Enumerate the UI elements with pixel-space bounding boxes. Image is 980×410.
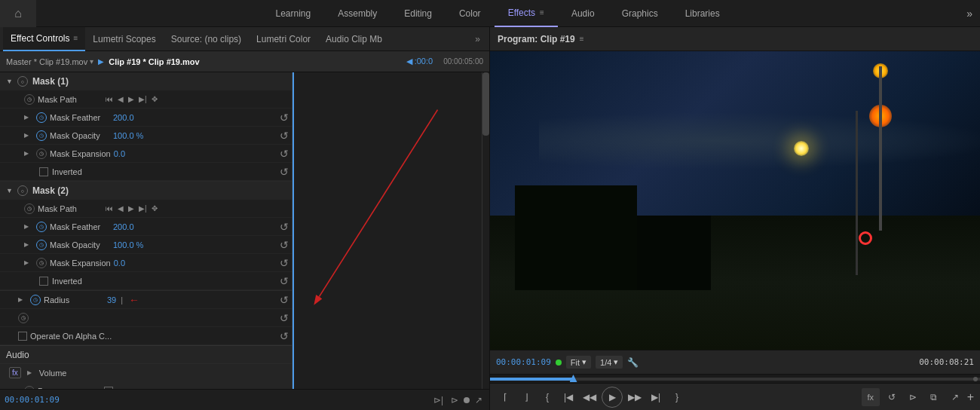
path-btn-select[interactable]: ✥ bbox=[150, 95, 159, 103]
controls-scrollbar[interactable] bbox=[482, 72, 489, 389]
mask-1-opacity-reset[interactable]: ↺ bbox=[280, 130, 289, 142]
bottom-btn-2[interactable]: ⊳ bbox=[449, 395, 461, 405]
nav-libraries[interactable]: Libraries bbox=[672, 0, 733, 27]
operate-clock-reset[interactable]: ↺ bbox=[280, 312, 289, 324]
mask-2-toggle[interactable]: ▼ bbox=[6, 187, 13, 194]
fit-dropdown[interactable]: Fit ▾ bbox=[566, 356, 591, 369]
path2-btn-prev[interactable]: ◀ bbox=[116, 204, 125, 213]
clip-arrow[interactable]: ▶ bbox=[98, 57, 104, 66]
mask-1-opacity-expand[interactable]: ▶ bbox=[24, 132, 33, 139]
quality-dropdown[interactable]: 1/4 ▾ bbox=[596, 356, 623, 369]
nav-editing[interactable]: Editing bbox=[390, 0, 446, 27]
monitor-timecode-left[interactable]: 00:00:01:09 bbox=[496, 357, 551, 367]
bypass-btn-next[interactable]: ▶ bbox=[136, 387, 145, 390]
bypass-checkbox[interactable] bbox=[104, 387, 113, 389]
mask-2-expansion-reset[interactable]: ↺ bbox=[280, 257, 289, 269]
path2-btn-play[interactable]: ▶ bbox=[127, 204, 136, 213]
effects-menu-icon[interactable]: ≡ bbox=[540, 8, 544, 17]
mask-1-feather-reset[interactable]: ↺ bbox=[280, 112, 289, 124]
mask-2-feather-clock[interactable]: ◷ bbox=[36, 222, 47, 232]
wrench-icon[interactable]: 🔧 bbox=[627, 357, 639, 368]
mask-1-opacity-clock[interactable]: ◷ bbox=[36, 130, 47, 141]
home-button[interactable]: ⌂ bbox=[0, 0, 36, 27]
volume-expand[interactable]: ▶ bbox=[27, 369, 36, 376]
bypass-clock[interactable]: ◷ bbox=[24, 386, 35, 389]
radius-row[interactable]: ▶ ◷ Radius 39 | ← ↺ bbox=[0, 291, 292, 309]
step-forward-button[interactable]: ▶▶ bbox=[626, 388, 644, 406]
nav-learning[interactable]: Learning bbox=[262, 0, 325, 27]
mask-1-opacity-value[interactable]: 100.0 % bbox=[113, 131, 143, 140]
path-btn-first[interactable]: ⏮ bbox=[104, 95, 115, 103]
program-menu-icon[interactable]: ≡ bbox=[580, 35, 584, 43]
path-btn-next[interactable]: ▶| bbox=[137, 95, 149, 103]
mark-out-button[interactable]: ⌋ bbox=[517, 388, 535, 406]
bottom-export[interactable]: ↗ bbox=[473, 395, 485, 405]
operate-reset[interactable]: ↺ bbox=[280, 330, 289, 342]
play-button[interactable]: ▶ bbox=[602, 387, 623, 408]
tab-source[interactable]: Source: (no clips) bbox=[164, 27, 249, 51]
nav-color[interactable]: Color bbox=[446, 0, 495, 27]
mask-2-expansion-clock[interactable]: ◷ bbox=[36, 258, 47, 268]
mask-2-header[interactable]: ▼ ○ Mask (2) bbox=[0, 182, 292, 200]
effect-controls-menu[interactable]: ≡ bbox=[73, 34, 78, 42]
mask-1-feather-value[interactable]: 200.0 bbox=[113, 113, 134, 122]
operate-checkbox[interactable] bbox=[18, 332, 27, 341]
mask-2-path-clock[interactable]: ◷ bbox=[24, 203, 35, 214]
extract-button[interactable]: { bbox=[538, 388, 556, 406]
mask-2-inverted-checkbox[interactable] bbox=[39, 277, 48, 286]
path-btn-play[interactable]: ▶ bbox=[127, 95, 136, 103]
mask-2-inverted-reset[interactable]: ↺ bbox=[280, 275, 289, 287]
nav-assembly[interactable]: Assembly bbox=[324, 0, 390, 27]
mask-1-expansion-expand[interactable]: ▶ bbox=[24, 150, 33, 157]
monitor-timeline[interactable] bbox=[490, 374, 980, 383]
mask-1-header[interactable]: ▼ ○ Mask (1) bbox=[0, 72, 292, 90]
go-next-button[interactable]: ⊳ bbox=[904, 388, 922, 406]
prev-edit-button[interactable]: |◀ bbox=[559, 388, 577, 406]
mask-2-feather-reset[interactable]: ↺ bbox=[280, 221, 289, 233]
nav-more-button[interactable]: » bbox=[959, 8, 980, 20]
mask-2-opacity-value[interactable]: 100.0 % bbox=[113, 240, 143, 249]
nav-graphics[interactable]: Graphics bbox=[608, 0, 672, 27]
radius-value[interactable]: 39 bbox=[107, 295, 116, 304]
mask-1-expansion-reset[interactable]: ↺ bbox=[280, 148, 289, 160]
radius-reset[interactable]: ↺ bbox=[280, 294, 289, 306]
mask-1-expansion-clock[interactable]: ◷ bbox=[36, 148, 47, 159]
nav-effects[interactable]: Effects ≡ bbox=[495, 0, 558, 27]
clip-dropdown[interactable]: Master * Clip #19.mov ▾ bbox=[6, 57, 93, 66]
tab-effect-controls[interactable]: Effect Controls ≡ bbox=[3, 27, 85, 51]
loop-button[interactable]: ↺ bbox=[883, 388, 901, 406]
mask-2-feather-value[interactable]: 200.0 bbox=[113, 222, 134, 231]
mask-1-inverted-checkbox[interactable] bbox=[39, 167, 48, 176]
mask-1-feather-clock[interactable]: ◷ bbox=[36, 112, 47, 123]
path2-btn-first[interactable]: ⏮ bbox=[104, 204, 115, 213]
mask-1-inverted-reset[interactable]: ↺ bbox=[280, 166, 289, 178]
nav-audio[interactable]: Audio bbox=[558, 0, 608, 27]
fx-button[interactable]: fx bbox=[862, 388, 880, 406]
mask-2-expansion-value[interactable]: 0.0 bbox=[114, 259, 125, 268]
next-edit-button[interactable]: ▶| bbox=[647, 388, 665, 406]
bypass-btn-prev[interactable]: ◀ bbox=[119, 387, 128, 390]
add-button[interactable]: + bbox=[967, 390, 974, 404]
radius-clock[interactable]: ◷ bbox=[30, 295, 41, 305]
mask-2-opacity-expand[interactable]: ▶ bbox=[24, 241, 33, 248]
mask-2-opacity-clock[interactable]: ◷ bbox=[36, 240, 47, 250]
mask-1-expansion-value[interactable]: 0.0 bbox=[114, 149, 125, 158]
duplicate-button[interactable]: ⧉ bbox=[925, 388, 943, 406]
bottom-btn-1[interactable]: ⊳| bbox=[431, 395, 446, 405]
panel-tabs-more[interactable]: » bbox=[469, 34, 486, 44]
export-button[interactable]: ↗ bbox=[946, 388, 964, 406]
tab-audio-clip[interactable]: Audio Clip Mb bbox=[318, 27, 390, 51]
mask-1-path-clock[interactable]: ◷ bbox=[24, 94, 35, 105]
path2-btn-next[interactable]: ▶| bbox=[137, 204, 149, 213]
mark-in-button[interactable]: ⌈ bbox=[496, 388, 514, 406]
operate-clock[interactable]: ◷ bbox=[18, 313, 29, 323]
path2-btn-select[interactable]: ✥ bbox=[150, 204, 159, 213]
tab-lumetri-color[interactable]: Lumetri Color bbox=[249, 27, 318, 51]
mask-1-toggle[interactable]: ▼ bbox=[6, 78, 13, 85]
mask-2-opacity-reset[interactable]: ↺ bbox=[280, 239, 289, 251]
mask-2-expansion-expand[interactable]: ▶ bbox=[24, 259, 33, 266]
mask-1-feather-expand[interactable]: ▶ bbox=[24, 114, 33, 121]
path-btn-prev[interactable]: ◀ bbox=[116, 95, 125, 103]
step-back-button[interactable]: ◀◀ bbox=[580, 388, 599, 406]
radius-expand[interactable]: ▶ bbox=[18, 296, 27, 303]
